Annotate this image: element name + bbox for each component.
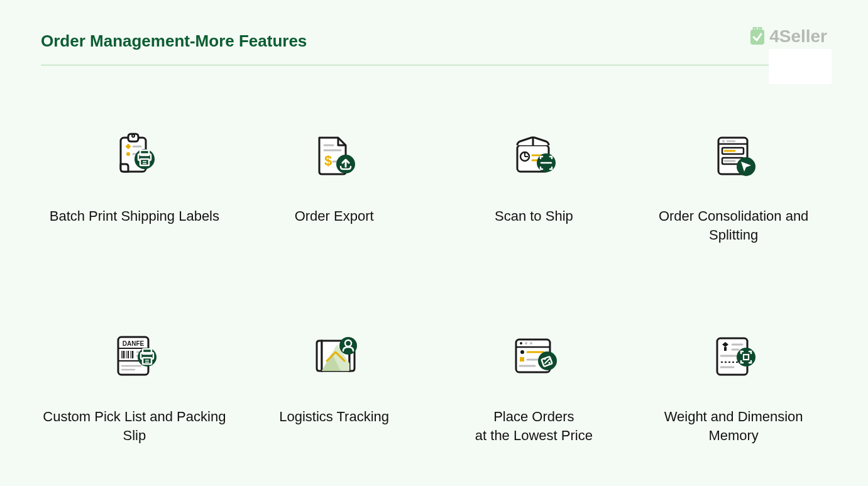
svg-point-5	[126, 152, 130, 156]
feature-lowest-price: Place Orders at the Lowest Price	[441, 332, 628, 445]
svg-point-63	[520, 342, 522, 345]
logo-background-block	[769, 49, 832, 84]
feature-consolidation-splitting: Order Consolidation and Splitting	[640, 131, 827, 244]
svg-rect-10	[140, 159, 149, 165]
svg-text:DANFE: DANFE	[123, 340, 145, 347]
svg-text:$: $	[324, 153, 332, 168]
feature-label: Scan to Ship	[495, 207, 573, 226]
feature-batch-print: Batch Print Shipping Labels	[41, 131, 228, 244]
feature-label: Logistics Tracking	[279, 407, 389, 426]
feature-custom-pick-list: DANFE	[41, 332, 228, 445]
clipboard-print-icon	[109, 131, 160, 182]
map-tracking-icon	[309, 332, 360, 382]
svg-rect-68	[520, 357, 524, 362]
header: Order Management-More Features 4Seller	[41, 31, 827, 51]
svg-point-65	[530, 342, 532, 345]
feature-label: Custom Pick List and Packing Slip	[41, 407, 228, 445]
feature-label: Order Consolidation and Splitting	[640, 207, 827, 244]
features-grid: Batch Print Shipping Labels $ Order Expo…	[41, 131, 827, 445]
feature-order-export: $ Order Export	[241, 131, 428, 244]
feature-logistics-tracking: Logistics Tracking	[241, 332, 428, 445]
feature-label: Place Orders at the Lowest Price	[475, 407, 593, 445]
feature-label: Order Export	[295, 207, 374, 226]
svg-point-73	[544, 358, 546, 360]
svg-point-64	[525, 342, 527, 345]
browser-discount-icon	[508, 332, 559, 382]
feature-label: Weight and Dimension Memory	[640, 407, 827, 445]
page-title: Order Management-More Features	[41, 31, 827, 51]
feature-weight-dimension: Weight and Dimension Memory	[640, 332, 827, 445]
svg-point-75	[549, 362, 551, 364]
danfe-print-icon: DANFE	[109, 332, 160, 382]
list-cursor-icon	[708, 131, 759, 182]
brand-name: 4Seller	[769, 26, 827, 47]
brand-bag-icon	[749, 27, 766, 46]
feature-label: Batch Print Shipping Labels	[50, 207, 219, 226]
document-measure-icon	[708, 332, 759, 382]
svg-point-82	[737, 348, 755, 367]
feature-scan-to-ship: Scan to Ship	[441, 131, 628, 244]
svg-rect-0	[750, 30, 764, 45]
svg-rect-53	[143, 358, 151, 364]
brand-logo: 4Seller	[749, 26, 827, 47]
document-export-icon: $	[309, 131, 360, 182]
box-scan-icon	[508, 131, 559, 182]
header-divider	[41, 65, 827, 65]
svg-point-29	[722, 140, 725, 143]
svg-point-66	[520, 350, 524, 354]
